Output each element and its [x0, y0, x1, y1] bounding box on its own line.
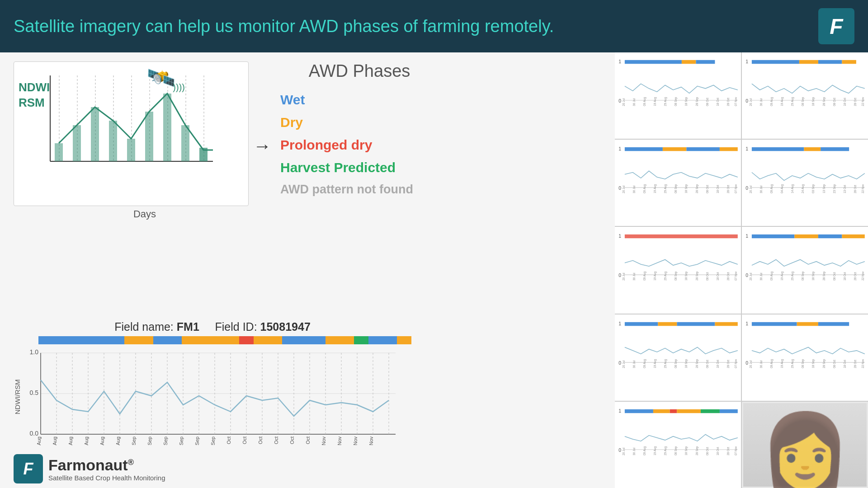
svg-text:28 Sep: 28 Sep — [822, 272, 826, 281]
svg-text:28 Oct: 28 Oct — [854, 359, 857, 368]
svg-text:04 Aug: 04 Aug — [780, 184, 784, 193]
svg-rect-76 — [696, 60, 715, 64]
svg-text:02 Nov: 02 Nov — [321, 436, 326, 446]
svg-text:20 Jul: 20 Jul — [749, 186, 752, 193]
svg-rect-95 — [842, 60, 856, 64]
svg-rect-11 — [55, 143, 63, 161]
svg-text:09 Aug: 09 Aug — [52, 436, 57, 446]
svg-rect-16 — [145, 112, 153, 161]
svg-text:18 Sep: 18 Sep — [685, 359, 689, 368]
svg-text:22 Nov: 22 Nov — [861, 271, 864, 281]
brand-tagline: Satellite Based Crop Health Monitoring — [48, 474, 165, 482]
svg-rect-184 — [658, 322, 677, 325]
svg-rect-17 — [163, 94, 171, 161]
svg-text:18 Sep: 18 Sep — [812, 359, 816, 368]
svg-text:18 Sep: 18 Sep — [812, 272, 816, 281]
svg-text:09 Aug: 09 Aug — [643, 272, 646, 281]
svg-text:0.0: 0.0 — [30, 430, 39, 437]
svg-text:08 Oct: 08 Oct — [833, 272, 836, 281]
awd-harvest-predicted: Harvest Predicted — [280, 160, 439, 175]
mini-chart-6: 1 0 20 Jul 30 Jul 09 Aug 19 Aug 29 Aug 0… — [742, 227, 868, 313]
svg-text:17 Nov: 17 Nov — [353, 436, 358, 446]
svg-text:30 Jul: 30 Jul — [632, 360, 636, 368]
svg-text:28 Oct: 28 Oct — [726, 185, 730, 193]
awd-wet: Wet — [280, 92, 439, 108]
svg-text:09 Aug: 09 Aug — [643, 446, 646, 455]
svg-text:22 Nov: 22 Nov — [861, 184, 864, 193]
svg-rect-224 — [701, 409, 720, 413]
svg-text:18 Oct: 18 Oct — [716, 98, 719, 106]
svg-text:18 Oct: 18 Oct — [716, 272, 719, 281]
svg-rect-148 — [625, 235, 738, 238]
svg-text:19 Aug: 19 Aug — [780, 272, 784, 281]
svg-rect-93 — [799, 60, 818, 64]
left-chart-panel: NDWIRSM 🛰️ )))) — [14, 61, 249, 220]
svg-rect-220 — [625, 409, 653, 413]
svg-text:18 Oct: 18 Oct — [716, 185, 719, 193]
svg-rect-112 — [663, 147, 687, 151]
svg-text:1.0: 1.0 — [30, 348, 39, 356]
svg-rect-74 — [625, 60, 682, 64]
svg-text:18 Sep: 18 Sep — [685, 446, 689, 455]
svg-text:08 Oct: 08 Oct — [706, 98, 709, 106]
svg-text:20 Jul: 20 Jul — [622, 360, 625, 368]
svg-rect-92 — [752, 60, 799, 64]
svg-rect-225 — [720, 409, 738, 413]
svg-text:18 Sep: 18 Sep — [179, 436, 184, 446]
svg-text:23 Sep: 23 Sep — [833, 184, 836, 193]
svg-rect-186 — [715, 322, 737, 325]
svg-text:04 Aug: 04 Aug — [36, 436, 42, 446]
svg-rect-203 — [797, 322, 818, 325]
svg-rect-14 — [109, 121, 117, 161]
ndwi-label: NDWIRSM — [19, 80, 50, 111]
mini-chart-8: 1 0 20 Jul 30 Jul 09 Aug 19 Aug 29 Aug 0… — [742, 314, 868, 401]
line-chart-svg — [46, 71, 217, 184]
svg-text:18 Oct: 18 Oct — [843, 272, 846, 281]
svg-text:24 Aug: 24 Aug — [801, 184, 805, 193]
svg-text:1: 1 — [745, 234, 748, 239]
svg-text:29 Aug: 29 Aug — [791, 359, 794, 368]
svg-text:1: 1 — [618, 321, 621, 326]
svg-text:20 Jul: 20 Jul — [622, 273, 625, 281]
svg-text:08 Sep: 08 Sep — [674, 272, 678, 281]
signal-waves: )))) — [173, 82, 185, 93]
svg-text:0: 0 — [618, 447, 621, 453]
svg-rect-132 — [821, 147, 849, 151]
awd-prolonged-dry: Prolonged dry — [280, 137, 439, 153]
svg-text:28 Oct: 28 Oct — [726, 272, 730, 281]
svg-rect-167 — [842, 235, 864, 238]
svg-text:23 Oct: 23 Oct — [289, 436, 295, 446]
svg-text:30 Jul: 30 Jul — [760, 273, 763, 281]
svg-text:13 Oct: 13 Oct — [843, 185, 846, 193]
svg-text:22 Nov: 22 Nov — [861, 358, 864, 368]
svg-text:08 Sep: 08 Sep — [147, 436, 152, 446]
svg-text:0: 0 — [745, 360, 748, 366]
svg-rect-185 — [677, 322, 715, 325]
color-bar — [38, 336, 411, 344]
svg-text:29 Aug: 29 Aug — [791, 272, 794, 281]
svg-rect-114 — [720, 147, 738, 151]
header: Satellite imagery can help us monitor AW… — [0, 0, 868, 52]
svg-text:19 Aug: 19 Aug — [780, 359, 784, 368]
svg-text:08 Oct: 08 Oct — [242, 436, 247, 446]
svg-rect-113 — [686, 147, 720, 151]
svg-text:20 Jul: 20 Jul — [622, 99, 625, 106]
svg-rect-75 — [682, 60, 696, 64]
svg-text:28 Oct: 28 Oct — [726, 359, 730, 368]
svg-text:28 Oct: 28 Oct — [726, 98, 730, 106]
svg-text:29 Aug: 29 Aug — [664, 272, 667, 281]
mini-chart-9: 1 0 20 Jul 30 Jul 09 Aug 19 Aug 29 Aug 0… — [615, 402, 741, 488]
svg-text:29 Aug: 29 Aug — [115, 436, 121, 446]
svg-text:13 Sep: 13 Sep — [822, 184, 826, 193]
mini-chart-4: 1 0 20 Jul 30 Jul 09 Aug 04 Aug 14 Aug 2… — [742, 140, 868, 226]
logo-icon: F — [830, 14, 843, 39]
field-name-value: FM1 — [177, 320, 199, 333]
svg-text:09 Aug: 09 Aug — [643, 359, 646, 368]
svg-text:09 Aug: 09 Aug — [643, 97, 646, 106]
bottom-chart-svg: 1.0 0.5 0.0 — [25, 346, 400, 446]
svg-text:08 Sep: 08 Sep — [674, 359, 678, 368]
svg-text:08 Sep: 08 Sep — [674, 446, 678, 455]
svg-text:28 Sep: 28 Sep — [695, 97, 699, 106]
awd-dry: Dry — [280, 115, 439, 130]
brand-logo-box: F — [14, 454, 43, 483]
